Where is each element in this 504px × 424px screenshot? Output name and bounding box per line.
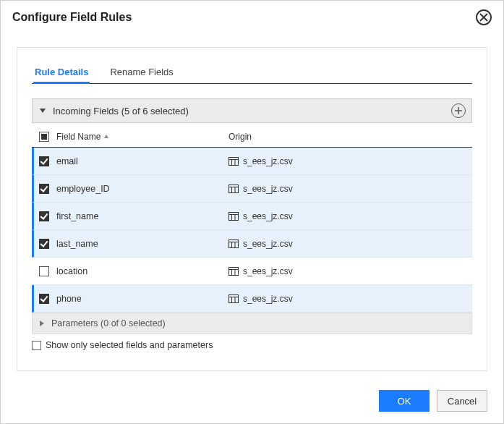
table-body: emails_ees_jz.csvemployee_IDs_ees_jz.csv… bbox=[32, 148, 472, 313]
tabs: Rule Details Rename Fields bbox=[32, 62, 472, 84]
table-row[interactable]: employee_IDs_ees_jz.csv bbox=[32, 175, 472, 203]
close-icon bbox=[479, 13, 488, 22]
column-header-fieldname[interactable]: Field Name bbox=[56, 132, 228, 142]
add-button[interactable] bbox=[451, 103, 466, 118]
show-only-label: Show only selected fields and parameters bbox=[46, 340, 213, 350]
table-row[interactable]: first_names_ees_jz.csv bbox=[32, 203, 472, 230]
table-icon bbox=[228, 157, 239, 166]
origin-cell: s_ees_jz.csv bbox=[228, 184, 465, 194]
footer: OK Cancel bbox=[379, 390, 487, 412]
field-name-cell: last_name bbox=[56, 239, 228, 249]
field-name-cell: email bbox=[56, 156, 228, 166]
table-row[interactable]: locations_ees_jz.csv bbox=[32, 258, 472, 285]
row-checkbox[interactable] bbox=[39, 156, 49, 166]
origin-cell: s_ees_jz.csv bbox=[228, 211, 465, 221]
plus-icon bbox=[455, 107, 462, 114]
origin-cell: s_ees_jz.csv bbox=[228, 156, 465, 166]
field-name-cell: phone bbox=[56, 294, 228, 304]
close-button[interactable] bbox=[476, 9, 492, 25]
svg-rect-8 bbox=[229, 212, 239, 220]
table-icon bbox=[228, 294, 239, 303]
incoming-fields-label: Incoming Fields (5 of 6 selected) bbox=[53, 106, 189, 116]
table-row[interactable]: phones_ees_jz.csv bbox=[32, 285, 472, 313]
row-checkbox[interactable] bbox=[39, 294, 49, 304]
ok-button[interactable]: OK bbox=[379, 390, 430, 412]
origin-cell: s_ees_jz.csv bbox=[228, 239, 465, 249]
dialog: Configure Field Rules Rule Details Renam… bbox=[0, 0, 504, 424]
chevron-down-icon[interactable] bbox=[40, 109, 46, 113]
incoming-fields-header[interactable]: Incoming Fields (5 of 6 selected) bbox=[32, 98, 472, 123]
table-icon bbox=[228, 267, 239, 276]
svg-rect-16 bbox=[229, 267, 239, 275]
table-header-row: Field Name Origin bbox=[32, 126, 472, 148]
row-checkbox[interactable] bbox=[39, 239, 49, 249]
cancel-button[interactable]: Cancel bbox=[437, 390, 487, 412]
parameters-header[interactable]: Parameters (0 of 0 selected) bbox=[32, 313, 472, 334]
row-checkbox[interactable] bbox=[39, 211, 49, 221]
content-panel: Rule Details Rename Fields Incoming Fiel… bbox=[17, 47, 487, 371]
column-header-origin[interactable]: Origin bbox=[228, 132, 465, 142]
svg-rect-12 bbox=[229, 239, 239, 247]
show-only-checkbox[interactable] bbox=[32, 341, 41, 350]
tab-rule-details[interactable]: Rule Details bbox=[35, 62, 88, 83]
sort-asc-icon bbox=[103, 132, 109, 142]
tab-rename-fields[interactable]: Rename Fields bbox=[110, 62, 173, 83]
titlebar: Configure Field Rules bbox=[1, 1, 503, 31]
field-name-cell: location bbox=[56, 266, 228, 276]
row-checkbox[interactable] bbox=[39, 266, 49, 276]
table-icon bbox=[228, 239, 239, 248]
row-checkbox[interactable] bbox=[39, 184, 49, 194]
svg-rect-4 bbox=[229, 185, 239, 192]
origin-cell: s_ees_jz.csv bbox=[228, 294, 465, 304]
origin-cell: s_ees_jz.csv bbox=[228, 266, 465, 276]
table-icon bbox=[228, 212, 239, 221]
column-header-fieldname-label: Field Name bbox=[56, 132, 101, 142]
field-name-cell: employee_ID bbox=[56, 184, 228, 194]
select-all-checkbox[interactable] bbox=[39, 132, 49, 142]
show-only-row: Show only selected fields and parameters bbox=[32, 340, 472, 350]
dialog-title: Configure Field Rules bbox=[12, 11, 132, 24]
chevron-right-icon[interactable] bbox=[40, 321, 44, 326]
table-row[interactable]: last_names_ees_jz.csv bbox=[32, 230, 472, 258]
svg-rect-0 bbox=[229, 157, 239, 165]
table-icon bbox=[228, 185, 239, 193]
parameters-label: Parameters (0 of 0 selected) bbox=[51, 318, 166, 328]
svg-rect-20 bbox=[229, 294, 239, 302]
field-name-cell: first_name bbox=[56, 211, 228, 221]
table-row[interactable]: emails_ees_jz.csv bbox=[32, 148, 472, 175]
